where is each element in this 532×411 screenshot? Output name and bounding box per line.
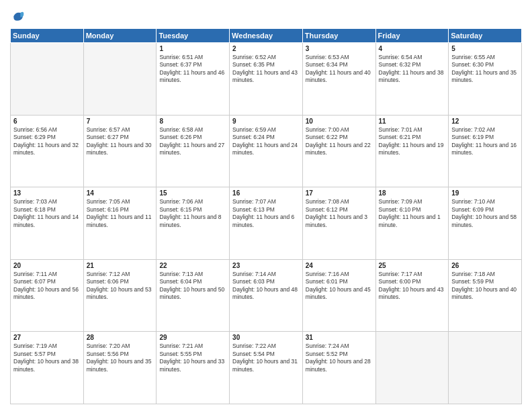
calendar-cell: 12Sunrise: 7:02 AMSunset: 6:19 PMDayligh… — [449, 115, 522, 187]
day-number: 2 — [232, 45, 300, 52]
calendar-cell: 23Sunrise: 7:14 AMSunset: 6:03 PMDayligh… — [230, 259, 303, 332]
day-header-tuesday: Tuesday — [157, 29, 230, 43]
cell-info: Sunrise: 7:18 AMSunset: 5:59 PMDaylight:… — [451, 271, 519, 302]
cell-info: Sunrise: 7:22 AMSunset: 5:54 PMDaylight:… — [232, 342, 300, 373]
calendar-cell — [11, 43, 84, 116]
cell-info: Sunrise: 7:20 AMSunset: 5:56 PMDaylight:… — [87, 342, 154, 373]
cell-info: Sunrise: 7:05 AMSunset: 6:16 PMDaylight:… — [87, 198, 154, 229]
page: SundayMondayTuesdayWednesdayThursdayFrid… — [0, 0, 532, 411]
calendar-cell — [375, 332, 449, 404]
day-number: 3 — [306, 45, 373, 52]
day-header-friday: Friday — [375, 29, 449, 43]
calendar-cell: 18Sunrise: 7:09 AMSunset: 6:10 PMDayligh… — [375, 187, 449, 260]
day-number: 23 — [232, 262, 300, 269]
day-number: 22 — [159, 262, 226, 269]
day-header-sunday: Sunday — [11, 29, 84, 43]
cell-info: Sunrise: 6:57 AMSunset: 6:27 PMDaylight:… — [87, 126, 154, 157]
cell-info: Sunrise: 7:01 AMSunset: 6:21 PMDaylight:… — [379, 126, 446, 157]
calendar-cell: 24Sunrise: 7:16 AMSunset: 6:01 PMDayligh… — [302, 259, 375, 332]
day-header-monday: Monday — [83, 29, 157, 43]
day-number: 1 — [159, 45, 226, 52]
day-number: 5 — [451, 45, 519, 52]
calendar-cell: 1Sunrise: 6:51 AMSunset: 6:37 PMDaylight… — [157, 43, 230, 116]
cell-info: Sunrise: 7:06 AMSunset: 6:15 PMDaylight:… — [159, 198, 226, 229]
day-number: 12 — [451, 118, 519, 125]
day-header-wednesday: Wednesday — [230, 29, 303, 43]
calendar-cell: 26Sunrise: 7:18 AMSunset: 5:59 PMDayligh… — [449, 259, 522, 332]
calendar-cell: 16Sunrise: 7:07 AMSunset: 6:13 PMDayligh… — [230, 187, 303, 260]
day-number: 16 — [232, 189, 300, 197]
day-number: 20 — [13, 262, 81, 269]
calendar-cell: 30Sunrise: 7:22 AMSunset: 5:54 PMDayligh… — [230, 332, 303, 404]
calendar-cell: 29Sunrise: 7:21 AMSunset: 5:55 PMDayligh… — [157, 332, 230, 404]
calendar-cell: 9Sunrise: 6:59 AMSunset: 6:24 PMDaylight… — [230, 115, 303, 187]
cell-info: Sunrise: 7:11 AMSunset: 6:07 PMDaylight:… — [13, 271, 81, 302]
calendar-cell: 2Sunrise: 6:52 AMSunset: 6:35 PMDaylight… — [230, 43, 303, 116]
cell-info: Sunrise: 7:16 AMSunset: 6:01 PMDaylight:… — [306, 271, 373, 302]
day-number: 17 — [306, 189, 373, 197]
cell-info: Sunrise: 6:54 AMSunset: 6:32 PMDaylight:… — [379, 54, 446, 85]
calendar-cell: 10Sunrise: 7:00 AMSunset: 6:22 PMDayligh… — [302, 115, 375, 187]
cell-info: Sunrise: 6:53 AMSunset: 6:34 PMDaylight:… — [306, 54, 373, 85]
cell-info: Sunrise: 7:12 AMSunset: 6:06 PMDaylight:… — [87, 271, 154, 302]
cell-info: Sunrise: 7:03 AMSunset: 6:18 PMDaylight:… — [13, 198, 81, 229]
calendar-cell: 3Sunrise: 6:53 AMSunset: 6:34 PMDaylight… — [302, 43, 375, 116]
cell-info: Sunrise: 6:55 AMSunset: 6:30 PMDaylight:… — [451, 54, 519, 85]
cell-info: Sunrise: 7:10 AMSunset: 6:09 PMDaylight:… — [451, 198, 519, 229]
day-number: 31 — [306, 334, 373, 341]
day-number: 18 — [379, 189, 446, 197]
calendar-cell: 20Sunrise: 7:11 AMSunset: 6:07 PMDayligh… — [11, 259, 84, 332]
calendar-cell — [449, 332, 522, 404]
day-number: 11 — [379, 118, 446, 125]
day-number: 8 — [159, 118, 226, 125]
calendar-cell: 5Sunrise: 6:55 AMSunset: 6:30 PMDaylight… — [449, 43, 522, 116]
day-header-thursday: Thursday — [302, 29, 375, 43]
calendar-cell: 25Sunrise: 7:17 AMSunset: 6:00 PMDayligh… — [375, 259, 449, 332]
day-number: 21 — [87, 262, 154, 269]
cell-info: Sunrise: 7:13 AMSunset: 6:04 PMDaylight:… — [159, 271, 226, 302]
day-number: 14 — [87, 189, 154, 197]
cell-info: Sunrise: 7:09 AMSunset: 6:10 PMDaylight:… — [379, 198, 446, 229]
header — [10, 7, 522, 23]
day-number: 29 — [159, 334, 226, 341]
calendar-cell: 4Sunrise: 6:54 AMSunset: 6:32 PMDaylight… — [375, 43, 449, 116]
day-number: 15 — [159, 189, 226, 197]
cell-info: Sunrise: 7:07 AMSunset: 6:13 PMDaylight:… — [232, 198, 300, 229]
cell-info: Sunrise: 7:19 AMSunset: 5:57 PMDaylight:… — [13, 342, 81, 373]
calendar-cell: 15Sunrise: 7:06 AMSunset: 6:15 PMDayligh… — [157, 187, 230, 260]
day-number: 6 — [13, 118, 81, 125]
logo-icon — [11, 9, 25, 23]
calendar-cell: 6Sunrise: 6:56 AMSunset: 6:29 PMDaylight… — [11, 115, 84, 187]
calendar-cell: 14Sunrise: 7:05 AMSunset: 6:16 PMDayligh… — [83, 187, 157, 260]
calendar-cell: 21Sunrise: 7:12 AMSunset: 6:06 PMDayligh… — [83, 259, 157, 332]
calendar-cell: 19Sunrise: 7:10 AMSunset: 6:09 PMDayligh… — [449, 187, 522, 260]
calendar-cell: 27Sunrise: 7:19 AMSunset: 5:57 PMDayligh… — [11, 332, 84, 404]
day-number: 7 — [87, 118, 154, 125]
calendar-cell: 8Sunrise: 6:58 AMSunset: 6:26 PMDaylight… — [157, 115, 230, 187]
calendar-cell: 22Sunrise: 7:13 AMSunset: 6:04 PMDayligh… — [157, 259, 230, 332]
cell-info: Sunrise: 6:58 AMSunset: 6:26 PMDaylight:… — [159, 126, 226, 157]
calendar-cell: 13Sunrise: 7:03 AMSunset: 6:18 PMDayligh… — [11, 187, 84, 260]
cell-info: Sunrise: 7:17 AMSunset: 6:00 PMDaylight:… — [379, 271, 446, 302]
calendar-cell: 7Sunrise: 6:57 AMSunset: 6:27 PMDaylight… — [83, 115, 157, 187]
calendar-cell: 31Sunrise: 7:24 AMSunset: 5:52 PMDayligh… — [302, 332, 375, 404]
cell-info: Sunrise: 6:52 AMSunset: 6:35 PMDaylight:… — [232, 54, 300, 85]
calendar-cell — [83, 43, 157, 116]
calendar-cell: 11Sunrise: 7:01 AMSunset: 6:21 PMDayligh… — [375, 115, 449, 187]
day-number: 24 — [306, 262, 373, 269]
day-number: 26 — [451, 262, 519, 269]
day-number: 13 — [13, 189, 81, 197]
cell-info: Sunrise: 7:24 AMSunset: 5:52 PMDaylight:… — [306, 342, 373, 373]
day-number: 4 — [379, 45, 446, 52]
day-number: 28 — [87, 334, 154, 341]
day-number: 30 — [232, 334, 300, 341]
calendar: SundayMondayTuesdayWednesdayThursdayFrid… — [10, 28, 522, 404]
cell-info: Sunrise: 7:21 AMSunset: 5:55 PMDaylight:… — [159, 342, 226, 373]
day-number: 9 — [232, 118, 300, 125]
calendar-cell: 28Sunrise: 7:20 AMSunset: 5:56 PMDayligh… — [83, 332, 157, 404]
day-number: 19 — [451, 189, 519, 197]
calendar-cell: 17Sunrise: 7:08 AMSunset: 6:12 PMDayligh… — [302, 187, 375, 260]
cell-info: Sunrise: 6:51 AMSunset: 6:37 PMDaylight:… — [159, 54, 226, 85]
cell-info: Sunrise: 7:00 AMSunset: 6:22 PMDaylight:… — [306, 126, 373, 157]
logo — [10, 9, 25, 23]
